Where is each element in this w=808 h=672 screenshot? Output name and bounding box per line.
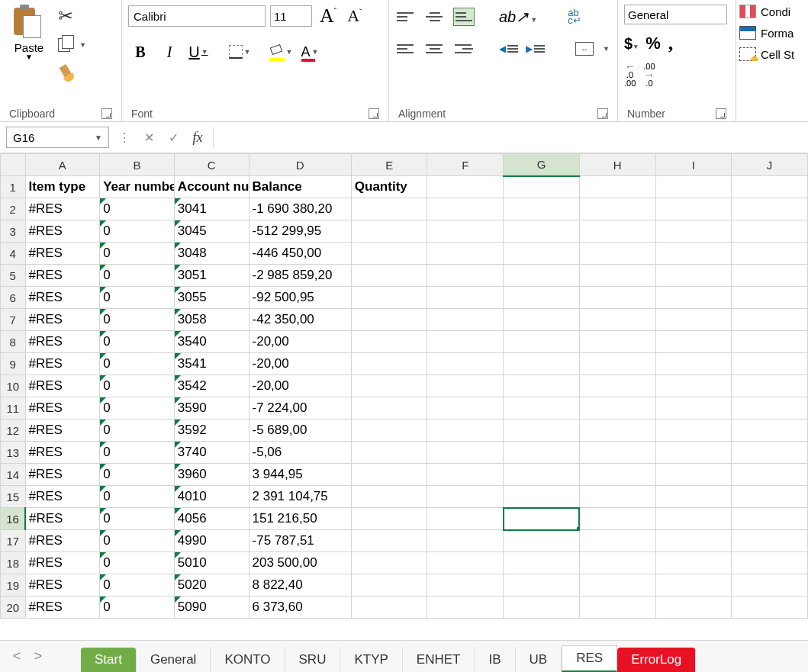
cell[interactable] [655, 176, 732, 198]
cell[interactable] [732, 530, 808, 552]
cell[interactable]: 3 944,95 [249, 464, 351, 486]
column-header-I[interactable]: I [655, 154, 732, 176]
cell[interactable]: #RES [25, 243, 100, 265]
cell[interactable] [655, 442, 732, 464]
sheet-tab-errorlog[interactable]: ErrorLog [617, 648, 696, 672]
cell[interactable] [427, 331, 504, 353]
tab-nav-prev[interactable]: < [8, 648, 26, 664]
row-header[interactable]: 8 [1, 331, 26, 353]
cell[interactable]: #RES [25, 309, 100, 331]
cell[interactable] [579, 176, 655, 198]
enter-button[interactable]: ✓ [164, 128, 182, 146]
cell[interactable]: -512 299,95 [249, 220, 351, 243]
cell[interactable] [427, 243, 504, 265]
more-options-button[interactable]: ⋮ [115, 128, 134, 146]
cell[interactable] [579, 243, 655, 265]
cell[interactable] [504, 486, 580, 508]
cell[interactable]: -5 689,00 [249, 420, 351, 442]
orientation-button[interactable]: ab↗▼ [499, 8, 537, 26]
cell[interactable]: 151 216,50 [249, 508, 351, 530]
row-header[interactable]: 14 [1, 464, 26, 486]
spreadsheet-grid[interactable]: ABCDEFGHIJ 1Item typeYear numberAccount … [0, 153, 808, 640]
comma-style-button[interactable]: , [668, 32, 674, 55]
cell[interactable] [351, 508, 427, 530]
cell[interactable] [504, 287, 580, 309]
cell[interactable]: 0 [100, 508, 175, 530]
row-header[interactable]: 18 [1, 552, 26, 574]
cell[interactable] [504, 309, 580, 331]
cell[interactable] [504, 220, 580, 243]
cell[interactable]: 0 [100, 486, 175, 508]
cell[interactable]: 0 [100, 552, 175, 574]
cell[interactable] [732, 331, 808, 353]
dialog-launcher-icon[interactable] [101, 108, 112, 119]
cell[interactable] [504, 397, 580, 420]
cell[interactable]: Balance [249, 176, 351, 198]
column-header-A[interactable]: A [25, 154, 100, 176]
cell[interactable] [655, 287, 732, 309]
sheet-tab-general[interactable]: General [137, 648, 211, 672]
cell[interactable]: 3055 [174, 287, 249, 309]
dialog-launcher-icon[interactable] [716, 108, 726, 119]
cell[interactable]: 3041 [174, 198, 249, 220]
cell[interactable] [579, 530, 655, 552]
cell[interactable] [504, 464, 580, 486]
cell[interactable]: 4990 [174, 530, 249, 552]
cell[interactable] [504, 420, 580, 442]
cell[interactable] [579, 574, 655, 596]
cell[interactable] [351, 464, 427, 486]
sheet-tab-enhet[interactable]: ENHET [403, 648, 475, 672]
cell[interactable]: 3058 [174, 309, 249, 331]
cell[interactable] [504, 375, 580, 397]
cell[interactable] [351, 574, 427, 596]
italic-button[interactable]: I [157, 41, 182, 63]
row-header[interactable]: 16 [1, 508, 26, 530]
cell[interactable]: #RES [25, 464, 100, 486]
cell[interactable] [427, 596, 504, 619]
cell[interactable] [579, 331, 655, 353]
conditional-formatting-button[interactable]: Condi [739, 5, 805, 18]
cell[interactable] [427, 574, 504, 596]
cell[interactable]: 0 [100, 220, 175, 243]
sheet-tab-sru[interactable]: SRU [285, 648, 341, 672]
fill-color-button[interactable]: ▼ [269, 41, 293, 63]
cell[interactable] [655, 353, 732, 375]
cell[interactable]: -20,00 [249, 353, 351, 375]
cell[interactable]: 203 500,00 [249, 552, 351, 574]
wrap-text-button[interactable]: abc↵ [568, 9, 581, 24]
cell[interactable]: 0 [100, 265, 175, 287]
cell[interactable] [655, 486, 732, 508]
cell[interactable] [504, 574, 580, 596]
cell[interactable]: 3045 [174, 220, 249, 243]
cell[interactable]: 4010 [174, 486, 249, 508]
align-right-button[interactable] [453, 40, 475, 58]
cell[interactable]: 0 [100, 530, 175, 552]
column-header-G[interactable]: G [504, 154, 580, 176]
cell[interactable] [504, 530, 580, 552]
cell[interactable]: -2 985 859,20 [249, 265, 351, 287]
cell[interactable] [504, 243, 580, 265]
cell[interactable] [655, 243, 732, 265]
cell[interactable]: #RES [25, 486, 100, 508]
cell[interactable] [732, 486, 808, 508]
cancel-button[interactable]: ✕ [140, 128, 158, 146]
cell[interactable]: Account number [174, 176, 249, 198]
cell[interactable] [427, 265, 504, 287]
cell[interactable]: 3541 [174, 353, 249, 375]
row-header[interactable]: 10 [1, 375, 26, 397]
cell[interactable] [732, 375, 808, 397]
cell[interactable]: #RES [25, 198, 100, 220]
column-header-H[interactable]: H [579, 154, 655, 176]
cell[interactable] [732, 265, 808, 287]
cell[interactable]: #RES [25, 397, 100, 420]
cell[interactable]: 0 [100, 596, 175, 619]
font-color-button[interactable]: A▼ [298, 41, 322, 63]
column-header-J[interactable]: J [732, 154, 808, 176]
cell[interactable] [655, 464, 732, 486]
cell[interactable]: 0 [100, 243, 175, 265]
cell[interactable] [351, 198, 427, 220]
cell[interactable]: -20,00 [249, 375, 351, 397]
column-header-E[interactable]: E [351, 154, 427, 176]
cell[interactable]: #RES [25, 220, 100, 243]
cell[interactable] [579, 442, 655, 464]
